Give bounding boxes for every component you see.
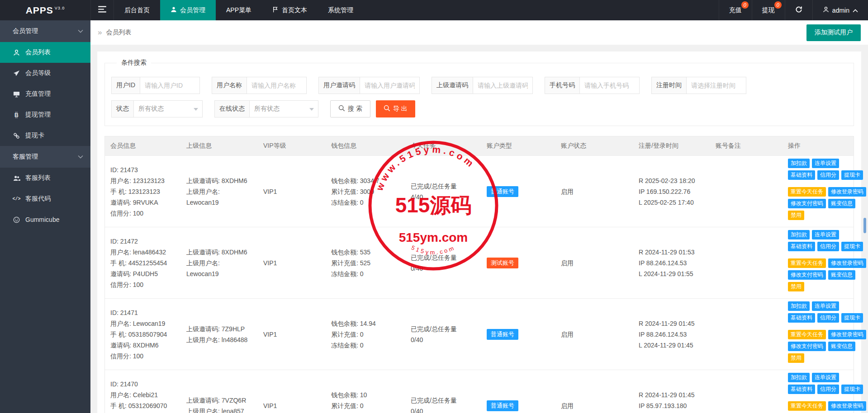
sidebar-item-withdraw-mgmt[interactable]: B 提现管理 [0,104,90,125]
status-select[interactable]: 所有状态 [134,100,203,117]
member-info-cell: ID: 21472 用户名: lena486432 手 机: 445212554… [105,227,181,298]
withdraw-button[interactable]: 提现 0 [752,0,785,20]
action-button[interactable]: 重置今天任务 [788,187,826,197]
field-label: 上级邀请码 [432,77,473,94]
action-button[interactable]: 修改登录密码 [828,401,866,411]
parent-invite-code: 上级邀请码: 8XDHM6 [186,247,252,258]
sidebar-item-withdraw-card[interactable]: 提现卡 [0,125,90,146]
action-button[interactable]: 重置今天任务 [788,258,826,268]
action-button[interactable]: 加扣款 [788,159,810,168]
sidebar-item-support-code[interactable]: </> 客服代码 [0,188,90,209]
action-button[interactable]: 基础资料 [788,385,815,394]
action-button[interactable]: 信用分 [817,242,839,251]
user-invite-code-input[interactable] [360,77,420,94]
action-button[interactable]: 修改支付密码 [788,270,826,280]
action-button[interactable]: 修改登录密码 [828,258,866,268]
action-button[interactable]: 禁用 [788,353,804,363]
sidebar-item-gummicube[interactable]: Gummicube [0,209,90,230]
recharge-button[interactable]: 充值 0 [719,0,752,20]
table-row: ID: 21471 用户名: Lewocan19 手 机: 0531850790… [105,298,854,370]
action-button[interactable]: 信用分 [817,313,839,323]
action-button[interactable]: 基础资料 [788,170,815,180]
nav-item-app-menu[interactable]: APP菜单 [216,0,262,20]
action-button[interactable]: 连单设置 [812,159,839,168]
display-icon [13,91,20,98]
nav-item-home-text[interactable]: 首页文本 [262,0,318,20]
action-button[interactable]: 重置今天任务 [788,330,826,339]
action-button[interactable]: 信用分 [817,385,839,394]
search-button[interactable]: 搜 索 [330,100,370,117]
action-button[interactable]: 账变信息 [828,270,855,280]
scrollbar-thumb[interactable] [863,218,866,233]
online-status-select-group: 在线状态 所有状态 [214,100,318,117]
sidebar-group-member-mgmt[interactable]: 会员管理 [0,20,90,42]
chevron-down-icon [309,108,314,111]
search-field-parent-invite: 上级邀请码 [432,77,533,94]
recharge-badge: 0 [741,1,749,9]
member-username: 用户名: lena486432 [110,247,175,258]
account-type-cell: 普通账号 [481,370,555,413]
action-button[interactable]: 修改支付密码 [788,199,826,208]
action-button[interactable]: 加扣款 [788,373,810,382]
action-button[interactable]: 禁用 [788,282,804,291]
account-status: 启用 [561,258,628,268]
action-button[interactable]: 加扣款 [788,230,810,239]
nav-item-system[interactable]: 系统管理 [318,0,364,20]
export-button[interactable]: 导 出 [376,100,415,117]
action-button[interactable]: 修改登录密码 [828,187,866,197]
withdraw-label: 提现 [762,6,775,14]
phone-input[interactable] [580,77,640,94]
action-button[interactable]: 重置今天任务 [788,401,826,411]
vip-level: VIP1 [263,400,320,411]
admin-menu[interactable]: admin [812,0,868,20]
action-button[interactable]: 提现卡 [841,385,863,394]
sidebar-toggle-button[interactable] [90,0,114,20]
nav-label: 会员管理 [180,6,205,14]
time-cell: R 2025-02-23 18:20 IP 169.150.222.76 L 2… [633,156,710,227]
member-phone: 手 机: 44521255454 [110,258,175,268]
action-button[interactable]: 账变信息 [828,342,855,351]
sidebar-item-support-list[interactable]: 客服列表 [0,168,90,188]
action-button[interactable]: 修改登录密码 [828,330,866,339]
vip-level: VIP1 [263,186,320,197]
sidebar-item-member-list[interactable]: 会员列表 [0,42,90,63]
nav-item-member-mgmt[interactable]: 会员管理 [160,0,216,20]
vip-level-cell: VIP1 [258,156,326,227]
page-title: 会员列表 [106,28,131,37]
field-label: 手机号码 [545,77,580,94]
action-button[interactable]: 信用分 [817,170,839,180]
refresh-button[interactable] [785,0,812,20]
column-header: 账户状态 [555,142,633,150]
sidebar-item-recharge-mgmt[interactable]: 充值管理 [0,84,90,104]
action-button[interactable]: 提现卡 [841,170,863,180]
action-button[interactable]: 基础资料 [788,313,815,323]
action-button[interactable]: 连单设置 [812,301,839,311]
online-status-select[interactable]: 所有状态 [250,100,318,117]
user-id-input[interactable] [140,77,200,94]
action-button[interactable]: 提现卡 [841,313,863,323]
parent-info-cell: 上级邀请码: 8XDHM6 上级用户名: Lewocan19 [181,156,258,227]
action-button[interactable]: 连单设置 [812,373,839,382]
action-button[interactable]: 修改支付密码 [788,342,826,351]
nav-label: APP菜单 [226,6,251,14]
action-button[interactable]: 加扣款 [788,301,810,311]
user-icon [13,49,20,56]
parent-invite-code-input[interactable] [473,77,533,94]
nav-item-dashboard[interactable]: 后台首页 [114,0,160,20]
action-button[interactable]: 禁用 [788,211,804,220]
register-time-input[interactable] [687,77,746,94]
sidebar-item-label: 会员等级 [25,69,51,77]
vip-level-cell: VIP1 [258,370,326,413]
member-invite-code: 邀请码: P4UDH5 [110,268,175,279]
account-type-badge: 普通账号 [487,186,518,197]
breadcrumb-bar: » 会员列表 添加测试用户 [90,20,868,45]
action-button[interactable]: 提现卡 [841,242,863,251]
username-input[interactable] [247,77,307,94]
sidebar-group-support-mgmt[interactable]: 客服管理 [0,146,90,168]
action-button[interactable]: 基础资料 [788,242,815,251]
action-button[interactable]: 账变信息 [828,199,855,208]
add-test-user-button[interactable]: 添加测试用户 [806,24,861,41]
sidebar-item-member-level[interactable]: 会员等级 [0,63,90,84]
action-button[interactable]: 连单设置 [812,230,839,239]
remark-cell [710,156,783,227]
